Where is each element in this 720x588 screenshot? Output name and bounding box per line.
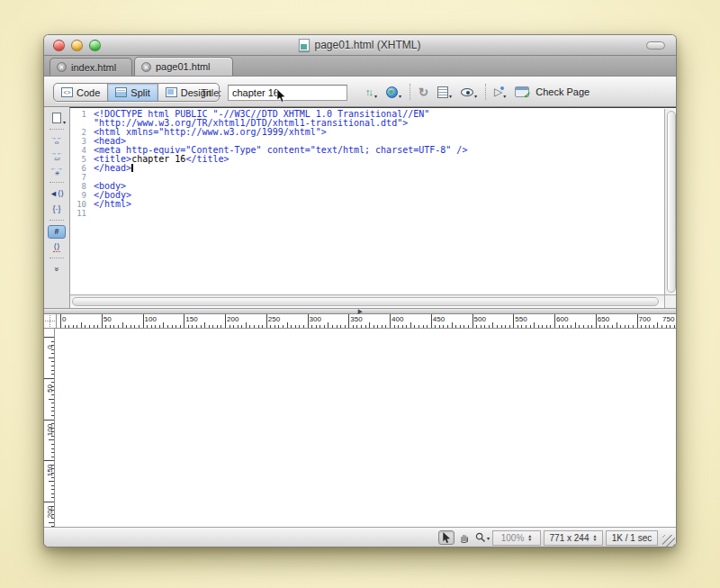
code-row[interactable]: 5<title>chapter 16</title> xyxy=(70,155,663,164)
visual-aids-button[interactable]: ▾ xyxy=(456,82,482,102)
toolbar-separator xyxy=(410,84,410,100)
ruler-label: 550 xyxy=(515,315,526,323)
validate-markup-button[interactable]: ▷▾ xyxy=(490,82,510,102)
status-bar: ▾ 100% ▲▼ 771 x 244 ▲▼ 1K / 1 sec xyxy=(44,527,676,547)
coding-toolbar: →←‹› →←▭ ←→✳ ◄⟨⟩ {·} # ⟨⟩ » xyxy=(44,108,69,308)
vertical-scrollbar[interactable] xyxy=(664,109,677,295)
chevron-down-icon: ▾ xyxy=(374,93,377,99)
design-view-icon xyxy=(166,87,177,97)
view-options-button[interactable]: ▾ xyxy=(433,82,456,102)
line-number: 3 xyxy=(70,137,90,146)
vertical-scrollbar-thumb[interactable] xyxy=(667,111,676,293)
hand-tool-button[interactable] xyxy=(456,530,472,545)
chevron-down-icon: ▾ xyxy=(449,93,452,99)
view-options-icon xyxy=(437,86,448,98)
ruler-label: 750 xyxy=(662,315,674,323)
code-lines[interactable]: 1<!DOCTYPE html PUBLIC "-//W3C//DTD XHTM… xyxy=(70,110,663,218)
zoom-window-button[interactable] xyxy=(89,40,101,51)
application-window: page01.html (XHTML) ✕ index.html ✕ page0… xyxy=(43,34,677,547)
code-design-splitter[interactable] xyxy=(44,308,676,314)
code-view-button[interactable]: <> Code xyxy=(54,84,108,101)
ruler-label: 500 xyxy=(474,315,486,323)
code-row[interactable]: 6</head> xyxy=(70,164,663,173)
ruler-label: 300 xyxy=(310,315,321,323)
coding-toolbar-separator xyxy=(50,258,64,258)
ruler-label: 50 xyxy=(104,315,112,323)
scrollbar-corner xyxy=(664,294,677,308)
code-row[interactable]: 7 xyxy=(70,173,663,182)
refresh-icon: ↻ xyxy=(418,86,428,99)
line-number: 1 xyxy=(70,110,90,119)
code-row[interactable]: 8<body> xyxy=(70,182,663,191)
code-row[interactable]: 9</body> xyxy=(70,191,663,200)
tab-label: index.html xyxy=(71,62,116,73)
chevron-down-icon: ▾ xyxy=(503,93,506,99)
highlight-invalid-code-button[interactable]: ⟨⟩ xyxy=(47,240,67,253)
select-parent-tag-icon: ◄⟨⟩ xyxy=(50,189,64,198)
globe-icon xyxy=(386,86,398,98)
window-title-group: page01.html (XHTML) xyxy=(299,39,420,51)
ruler-label: 700 xyxy=(639,315,651,323)
split-view-icon xyxy=(115,87,127,97)
document-proxy-icon[interactable] xyxy=(299,39,310,51)
double-chevron-icon: » xyxy=(52,267,61,271)
zoom-tool-button[interactable]: ▾ xyxy=(474,530,490,545)
chevron-down-icon: ▾ xyxy=(474,93,477,99)
horizontal-ruler[interactable]: 0501001502002503003504004505005506006507… xyxy=(57,314,677,329)
line-number: 11 xyxy=(70,209,90,218)
close-tab-icon[interactable]: ✕ xyxy=(141,62,151,72)
collapse-full-tag-button[interactable]: →←‹› xyxy=(47,134,67,147)
expand-all-button[interactable]: ←→✳ xyxy=(47,165,67,177)
format-source-code-button[interactable]: » xyxy=(47,263,67,276)
horizontal-scrollbar[interactable] xyxy=(70,294,664,308)
code-row[interactable]: 10</html> xyxy=(70,200,663,209)
code-view[interactable]: 1<!DOCTYPE html PUBLIC "-//W3C//DTD XHTM… xyxy=(69,107,677,308)
ruler-label: 100 xyxy=(145,315,157,323)
ruler-label: 600 xyxy=(556,315,568,323)
line-number: 8 xyxy=(70,182,90,191)
resize-grip[interactable] xyxy=(662,535,675,547)
code-row[interactable]: 11 xyxy=(70,209,663,218)
toolbar-icon-group: ↑↓▾ ▾ ↻ ▾ ▾ ▷▾ Check Page xyxy=(361,82,594,102)
chevron-down-icon: ▾ xyxy=(399,93,401,99)
ruler-origin-corner[interactable] xyxy=(44,314,57,329)
tab-page01-html[interactable]: ✕ page01.html xyxy=(134,57,233,76)
select-parent-tag-button[interactable]: ◄⟨⟩ xyxy=(47,187,67,200)
status-tools: ▾ xyxy=(438,530,490,545)
expand-all-icon: ←→✳ xyxy=(50,166,63,176)
document-tab-bar: ✕ index.html ✕ page01.html xyxy=(44,56,676,77)
line-number xyxy=(70,119,90,128)
code-row[interactable]: 2<html xmlns="http://www.w3.org/1999/xht… xyxy=(70,128,663,137)
zoom-level-select[interactable]: 100% ▲▼ xyxy=(492,530,541,546)
file-management-button[interactable]: ↑↓▾ xyxy=(361,82,382,102)
code-text[interactable]: </html> xyxy=(90,200,131,209)
vertical-ruler[interactable]: 050100150200 xyxy=(44,329,55,527)
check-page-icon xyxy=(515,86,529,97)
view-mode-switcher: <> Code Split Design xyxy=(53,83,220,102)
select-tool-button[interactable] xyxy=(438,530,454,545)
title-bar[interactable]: page01.html (XHTML) xyxy=(44,35,676,56)
tab-index-html[interactable]: ✕ index.html xyxy=(50,58,132,76)
collapse-full-tag-icon: →←‹› xyxy=(50,135,63,146)
line-numbers-button[interactable]: # xyxy=(47,225,67,238)
window-size-select[interactable]: 771 x 244 ▲▼ xyxy=(544,530,603,546)
toolbar-toggle-button[interactable] xyxy=(646,41,665,50)
balance-braces-button[interactable]: {·} xyxy=(47,203,67,215)
line-number: 5 xyxy=(70,155,90,164)
collapse-selection-button[interactable]: →←▭ xyxy=(47,149,67,162)
code-text[interactable]: </head> xyxy=(90,164,133,173)
preview-in-browser-button[interactable]: ▾ xyxy=(382,82,406,102)
ruler-label: 350 xyxy=(350,315,362,323)
open-documents-button[interactable] xyxy=(47,112,67,124)
refresh-design-view-button[interactable]: ↻ xyxy=(414,82,433,102)
design-view-canvas[interactable] xyxy=(55,329,677,527)
split-view-button[interactable]: Split xyxy=(108,84,158,101)
close-tab-icon[interactable]: ✕ xyxy=(57,62,67,72)
minimize-window-button[interactable] xyxy=(71,40,83,51)
document-title-input[interactable] xyxy=(228,85,347,101)
file-management-icon-down: ↓ xyxy=(369,86,374,97)
check-page-button[interactable]: Check Page xyxy=(510,82,594,102)
horizontal-scrollbar-thumb[interactable] xyxy=(72,297,659,306)
code-text[interactable] xyxy=(90,209,94,218)
close-window-button[interactable] xyxy=(53,40,65,51)
